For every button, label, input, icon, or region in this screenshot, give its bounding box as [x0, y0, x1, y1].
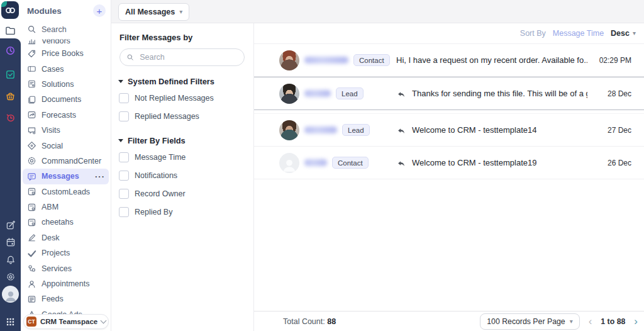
message-preview: Welcome to CRM - testtemplate19	[412, 158, 536, 167]
filter-option-not-replied: Not Replied Messages	[111, 89, 253, 107]
compose-icon[interactable]	[0, 218, 21, 232]
bell-icon[interactable]	[0, 253, 21, 267]
page-range: 1 to 88	[601, 317, 625, 326]
checkbox[interactable]	[119, 152, 129, 162]
message-list-panel: Sort By Message Time Desc▾ Contact Hi, I…	[254, 23, 644, 331]
checkbox[interactable]	[119, 171, 129, 181]
collapse-triangle-icon	[118, 139, 123, 142]
checkbox[interactable]	[119, 207, 129, 217]
checkbox[interactable]	[119, 93, 129, 103]
sidebar-item-projects[interactable]: Projects	[21, 245, 111, 261]
filter-option-label: Notifications	[135, 171, 177, 180]
message-row[interactable]: Lead Thanks for sending me this file. Th…	[254, 77, 644, 110]
sidebar-item-services[interactable]: Services	[21, 261, 111, 276]
section-title: System Defined Filters	[128, 77, 214, 86]
filter-search-input[interactable]	[138, 52, 238, 62]
sidebar-item-documents[interactable]: Documents	[21, 92, 111, 107]
next-page-button[interactable]: ›	[634, 315, 638, 328]
sidebar-item-messages[interactable]: Messages···	[23, 169, 109, 184]
filter-option-label: Not Replied Messages	[135, 94, 214, 103]
sidebar-item-solutions[interactable]: Solutions	[21, 77, 111, 92]
crm-logo[interactable]	[1, 1, 19, 19]
message-row[interactable]: Lead Welcome to CRM - testtemplate14 27 …	[254, 113, 644, 147]
records-per-page-button[interactable]: 100 Records Per Page ▾	[480, 313, 579, 330]
sidebar-item-label: cheetahs	[42, 218, 74, 227]
search-icon	[27, 25, 36, 34]
reply-arrow-icon	[396, 90, 406, 99]
sidebar-item-label: Solutions	[42, 80, 74, 89]
sidebar-item-label: Social	[42, 142, 63, 150]
book-app-icon[interactable]	[0, 67, 21, 81]
clock-app-icon[interactable]	[0, 43, 21, 57]
basket-app-icon[interactable]	[0, 89, 21, 103]
user-avatar[interactable]	[2, 286, 19, 303]
message-row[interactable]: Contact Welcome to CRM - testtemplate19 …	[254, 147, 644, 179]
reply-arrow-icon	[396, 126, 406, 135]
search-icon	[126, 53, 134, 62]
filter-panel: Filter Messages by System Defined Filter…	[111, 23, 254, 331]
sidebar-item-forecasts[interactable]: Forecasts	[21, 108, 111, 123]
alarm-search-app-icon[interactable]	[0, 110, 21, 124]
sidebar-item-label: Appointments	[42, 279, 89, 288]
teamspace-badge: CT	[26, 317, 36, 327]
grid-apps-icon[interactable]	[0, 315, 21, 328]
message-time: 28 Dec	[608, 89, 631, 98]
teamspace-selector[interactable]: CT CRM Teamspace	[23, 314, 109, 329]
sidebar-item-commandcenter[interactable]: CommandCenter	[21, 154, 111, 169]
sidebar-item-label: Visits	[42, 126, 60, 135]
sidebar-item-abm[interactable]: ABM	[21, 199, 111, 215]
section-system-defined-filters[interactable]: System Defined Filters	[111, 66, 253, 89]
gear-icon[interactable]	[0, 270, 21, 284]
sidebar-item-label: Feeds	[42, 295, 64, 303]
prev-page-button[interactable]: ‹	[589, 315, 592, 328]
redacted-name	[304, 159, 327, 166]
app-rail	[0, 0, 21, 331]
sidebar-item-label: Messages	[42, 172, 79, 181]
filter-search-box[interactable]	[119, 48, 245, 66]
sort-order-button[interactable]: Desc▾	[611, 29, 636, 38]
sort-field-link[interactable]: Message Time	[553, 29, 604, 38]
sidebar-item-label: Desk	[42, 233, 59, 242]
sidebar-item-price-books[interactable]: Price Books	[21, 46, 111, 61]
chevron-down-icon: ▾	[179, 9, 182, 15]
filter-option-replied: Replied Messages	[111, 107, 253, 125]
sidebar-search-label: Search	[42, 25, 67, 34]
message-preview: Thanks for sending me this file. This wi…	[412, 89, 587, 98]
checkbox[interactable]	[119, 111, 129, 121]
contact-avatar	[279, 120, 299, 140]
total-count-label: Total Count:	[283, 317, 327, 326]
view-selector-button[interactable]: All Messages ▾	[118, 3, 189, 21]
redacted-name	[304, 126, 337, 133]
message-row[interactable]: Contact Hi, I have a request on my recen…	[254, 44, 644, 77]
sidebar-item-cases[interactable]: Cases	[21, 61, 111, 76]
teamspace-name: CRM Teamspace	[40, 318, 97, 325]
sidebar-item-label: Cases	[42, 65, 64, 74]
sidebar-item-visits[interactable]: Visits	[21, 123, 111, 138]
more-options-icon[interactable]: ···	[95, 172, 105, 181]
add-module-button[interactable]: +	[93, 4, 106, 17]
sidebar-item-cheetahs[interactable]: cheetahs	[21, 215, 111, 230]
filter-option-label: Record Owner	[135, 189, 186, 198]
contact-avatar-placeholder	[279, 153, 299, 173]
folder-icon[interactable]	[0, 23, 21, 38]
record-type-badge: Lead	[336, 87, 364, 99]
sidebar-item-appointments[interactable]: Appointments	[21, 276, 111, 291]
sort-header: Sort By Message Time Desc▾	[254, 23, 644, 44]
sidebar-item-social[interactable]: Social	[21, 138, 111, 153]
section-filter-by-fields[interactable]: Filter By Fields	[111, 125, 253, 148]
message-preview: Hi, I have a request on my recent order.…	[396, 55, 587, 65]
sidebar-item-desk[interactable]: Desk	[21, 230, 111, 245]
record-type-badge: Contact	[332, 157, 369, 169]
sidebar-item-label: Documents	[42, 95, 81, 104]
sidebar-item-customleads[interactable]: CustomLeads	[21, 184, 111, 199]
checkbox[interactable]	[119, 189, 129, 199]
record-type-badge: Lead	[342, 124, 370, 136]
sidebar-item-label: Price Books	[42, 49, 84, 58]
sidebar-item-label: CustomLeads	[42, 188, 90, 196]
top-bar: All Messages ▾	[111, 0, 644, 23]
calendar-icon[interactable]	[0, 235, 21, 249]
sidebar-search[interactable]: Search	[21, 20, 111, 38]
sidebar-item-feeds[interactable]: Feeds	[21, 291, 111, 306]
chevron-down-icon: ▾	[633, 30, 636, 36]
sort-order-label: Desc	[611, 29, 630, 38]
